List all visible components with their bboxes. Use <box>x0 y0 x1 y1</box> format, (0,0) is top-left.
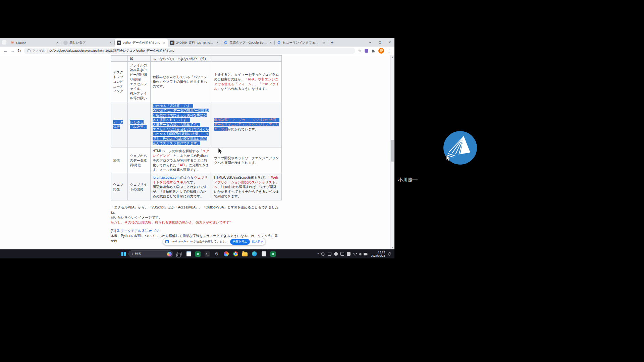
paragraph: だいたいそういうイメージです。 <box>111 215 281 220</box>
text-editor-icon[interactable] <box>260 251 267 257</box>
paragraph: 「エクセルVBA」から、「VBScript」とか「AccessVBA」、「Out… <box>111 205 281 215</box>
update-tray-icon[interactable] <box>347 252 351 256</box>
excel-2-icon[interactable]: X <box>270 251 276 257</box>
task-view-icon[interactable] <box>176 251 182 257</box>
edge-icon[interactable] <box>251 251 258 257</box>
notifications-bell-icon[interactable] <box>388 252 392 256</box>
participant-name: 小川慶一 <box>398 177 418 183</box>
forward-icon[interactable]: → <box>10 48 15 53</box>
new-tab-button[interactable]: + <box>331 40 333 45</box>
notepad-icon[interactable] <box>185 251 192 257</box>
table-row-web-development: ウェブ開発 ウェブサイトの開発 forum.pc5bai.com のようなウェブ… <box>111 174 282 200</box>
table-row-communication: 通信 ウェブからのデータ取得/発信 HTMLページの中身を解析する「スクレイピン… <box>111 147 282 174</box>
tab-close-icon[interactable]: × <box>322 41 326 45</box>
quick-settings[interactable] <box>353 252 368 256</box>
back-icon[interactable]: ← <box>3 48 8 53</box>
pinned-extension-icon[interactable] <box>365 49 368 53</box>
minimize-button[interactable]: – <box>365 38 375 47</box>
tab-python-seminar-md[interactable]: M pythonデータ分析ゼミ.md × <box>115 39 168 47</box>
camera-tray-icon[interactable] <box>321 252 325 256</box>
cell-text: ウェブ開発やネットワークエンジニアリングへの展開が考えられます。 <box>214 156 279 165</box>
excel-icon[interactable]: X <box>195 251 201 257</box>
markdown-favicon-icon: M <box>117 41 121 45</box>
paragraph-red: ただし、その後の活躍の幅、得られる選択肢の豊かさ、強力さが桁違いです (^^ <box>111 220 281 225</box>
selected-category-label: データ分析 <box>113 120 123 129</box>
data-model-link[interactable]: 3. データモデル 3.1. オブジ <box>117 229 159 233</box>
terminal-icon[interactable]: >_ <box>204 251 211 257</box>
meet-sharing-bar: meet.google.com が画面を共有しています。 共有を停止 拡大表示 <box>163 238 265 245</box>
subcategory-label: ファイルの読み書き/コピー/切り取り/削除 エクセルファイル、PDFファイル等の… <box>130 63 148 100</box>
mouse-cursor <box>218 148 222 154</box>
scrollbar[interactable]: ▲ ▼ <box>390 55 394 249</box>
window-controls: – ▢ ✕ <box>365 38 394 47</box>
table-row-desktop-computing: デスクトップコンピューティング ファイルの読み書き/コピー/切り取り/削除 エク… <box>111 62 282 102</box>
onedrive-tray-icon[interactable] <box>328 252 331 256</box>
screen-share-icon <box>165 240 169 243</box>
python-skills-table: 解 る。なおざりにできない部分。(*1) デスクトップコンピューティング ファイ… <box>111 55 282 200</box>
selected-subcategory-label: いわゆる「表計算」 <box>130 120 147 129</box>
tab-close-icon[interactable]: × <box>269 41 273 45</box>
category-label: ウェブ開発 <box>113 183 123 191</box>
tab-strip: ✳ Claude × 新しいタブ × M pythonデータ分析ゼミ.md × … <box>0 38 394 47</box>
tab-google-search-1[interactable]: G 電源タップ - Google Search × <box>221 39 275 47</box>
scroll-up-icon[interactable]: ▲ <box>391 55 394 59</box>
scrollbar-thumb[interactable] <box>391 140 394 162</box>
subcategory-label: ウェブからのデータ取得/発信 <box>130 154 147 167</box>
teams-tray-icon[interactable] <box>334 252 338 256</box>
windows-taskbar: ⌕ 検索 X >_ ⚙ X ^ <box>0 249 394 258</box>
taskbar-apps: ⌕ 検索 X >_ ⚙ X <box>121 250 276 257</box>
google-favicon-icon: G <box>277 41 281 45</box>
taskbar-search-box[interactable]: ⌕ 検索 <box>128 250 173 257</box>
address-bar[interactable]: ⓘ ファイル | D:/Dropbox/galapagos/projects/p… <box>24 48 355 54</box>
cell-text: HTML/CSS/JavaScript技術を学び、 <box>214 176 268 179</box>
profile-avatar[interactable] <box>378 48 384 54</box>
photos-icon[interactable] <box>223 251 229 257</box>
file-explorer-icon[interactable] <box>241 251 248 257</box>
tab-close-icon[interactable]: × <box>109 41 113 45</box>
tab-material-md[interactable]: M 240909_資料_top_removed.md × <box>168 39 221 47</box>
claude-favicon-icon: ✳ <box>10 41 14 45</box>
expand-view-link[interactable]: 拡大表示 <box>252 240 263 244</box>
markdown-favicon-icon: M <box>170 41 174 45</box>
forum-link[interactable]: forum.pc5bai.com <box>153 176 179 179</box>
address-url: D:/Dropbox/galapagos/projects/python_202… <box>49 49 174 53</box>
file-info-icon[interactable]: ⓘ <box>27 49 31 53</box>
category-label: 通信 <box>113 159 120 162</box>
table-row-partial: 解 る。なおざりにできない部分。(*1) <box>111 56 282 62</box>
reload-icon[interactable]: ↻ <box>17 48 21 53</box>
address-divider: | <box>47 49 48 53</box>
stop-sharing-button[interactable]: 共有を停止 <box>230 239 250 245</box>
tab-close-icon[interactable]: × <box>215 41 219 45</box>
toolbar-actions: ☆ ⋮ <box>358 48 391 54</box>
hidden-icons-chevron-icon[interactable]: ^ <box>317 252 319 256</box>
start-button-icon[interactable] <box>121 252 126 256</box>
taskbar-clock[interactable]: 15:23 2024/09/23 <box>371 251 385 257</box>
tab-search-icon[interactable] <box>2 40 6 45</box>
security-tray-icon[interactable] <box>340 252 344 256</box>
scroll-down-icon[interactable]: ▼ <box>391 246 394 249</box>
chrome-icon[interactable] <box>232 251 239 257</box>
maximize-button[interactable]: ▢ <box>375 38 385 47</box>
meet-shared-screen: ✳ Claude × 新しいタブ × M pythonデータ分析ゼミ.md × … <box>0 0 644 362</box>
browser-window: ✳ Claude × 新しいタブ × M pythonデータ分析ゼミ.md × … <box>0 38 394 249</box>
tab-google-search-2[interactable]: G ヒューマンインタフェース - Google Se × <box>275 39 328 47</box>
tab-claude[interactable]: ✳ Claude × <box>8 39 61 47</box>
document-paragraphs: 「エクセルVBA」から、「VBScript」とか「AccessVBA」、「Out… <box>111 205 281 243</box>
extensions-puzzle-icon[interactable] <box>371 49 375 53</box>
page-content: 解 る。なおざりにできない部分。(*1) デスクトップコンピューティング ファイ… <box>0 55 394 249</box>
cell-text: 普段みなさんがしている「パソコン操作」やソフトの操作に相当するものです。 <box>153 75 207 88</box>
close-button[interactable]: ✕ <box>385 38 394 47</box>
address-scheme-chip: ファイル <box>32 49 45 53</box>
browser-menu-icon[interactable]: ⋮ <box>387 49 391 53</box>
settings-gear-icon[interactable]: ⚙ <box>213 251 220 257</box>
tab-close-icon[interactable]: × <box>55 41 59 45</box>
cell-text: なども作れるようになります。 <box>221 87 269 90</box>
bookmark-star-icon[interactable]: ☆ <box>358 49 362 53</box>
markdown-document: 解 る。なおざりにできない部分。(*1) デスクトップコンピューティング ファイ… <box>111 55 281 243</box>
tab-close-icon[interactable]: × <box>162 41 166 45</box>
volume-icon <box>359 252 362 256</box>
tab-new-tab[interactable]: 新しいタブ × <box>61 39 115 47</box>
copilot-icon[interactable] <box>167 252 172 256</box>
presenter-cursor <box>446 155 450 161</box>
time-label: 15:23 <box>371 251 385 254</box>
